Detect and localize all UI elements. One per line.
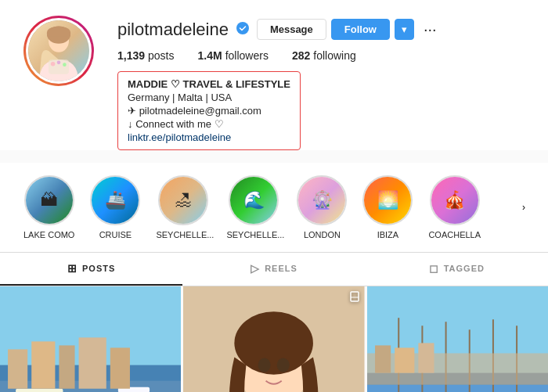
tab-label: REELS xyxy=(265,264,297,273)
story-item[interactable]: 🎪 COACHELLA xyxy=(428,175,481,239)
story-circle: 🎪 xyxy=(430,175,480,225)
svg-rect-49 xyxy=(395,347,414,372)
svg-point-26 xyxy=(258,358,271,372)
svg-point-5 xyxy=(57,61,61,65)
stories-section: 🏔 LAKE COMO 🚢 CRUISE 🏖 SEYCHELLE... 🌊 SE… xyxy=(0,163,548,253)
bio-connect: ↓ Connect with me ♡ xyxy=(128,118,290,130)
tab-label: TAGGED xyxy=(444,264,485,273)
username: pilotmadeleine xyxy=(117,20,229,40)
followers-stat[interactable]: 1.4M followers xyxy=(198,49,269,62)
avatar-image xyxy=(28,18,89,84)
story-label: SEYCHELLE... xyxy=(226,230,281,239)
connect-text: Connect with me ♡ xyxy=(135,118,223,130)
grid-item[interactable] xyxy=(0,286,181,392)
avatar xyxy=(26,18,92,84)
more-options-button[interactable]: ··· xyxy=(419,19,442,40)
profile-top: pilotmadeleine Message Follow ▾ ··· xyxy=(23,16,525,150)
svg-rect-16 xyxy=(59,345,74,388)
story-thumb: 🏖 xyxy=(160,177,207,224)
stories-inner: 🏔 LAKE COMO 🚢 CRUISE 🏖 SEYCHELLE... 🌊 SE… xyxy=(23,175,525,239)
story-item[interactable]: 🎡 LONDON xyxy=(297,175,347,239)
story-thumb: 🚢 xyxy=(92,177,139,224)
bio-location: Germany | Malta | USA xyxy=(128,92,290,103)
story-thumb: 🏔 xyxy=(26,177,73,224)
followers-label: followers xyxy=(225,49,269,62)
save-icon xyxy=(349,291,360,304)
plane-icon: ✈ xyxy=(128,105,136,117)
followers-count: 1.4M xyxy=(198,49,222,62)
profile-header: pilotmadeleine Message Follow ▾ ··· xyxy=(0,0,548,150)
bio-name: MADDIE ♡ TRAVEL & LIFESTYLE xyxy=(128,78,290,90)
story-item[interactable]: 🌅 IBIZA xyxy=(362,175,413,239)
tab-icon: ▷ xyxy=(251,262,260,275)
story-item[interactable]: 🏖 SEYCHELLE... xyxy=(156,175,211,239)
grid-item[interactable] xyxy=(183,286,364,392)
svg-rect-14 xyxy=(8,349,27,388)
grid-item[interactable] xyxy=(367,286,548,392)
svg-point-6 xyxy=(63,63,67,67)
tab-posts[interactable]: ⊞POSTS xyxy=(0,253,182,286)
svg-rect-34 xyxy=(367,385,548,392)
email-address: pilotmadeleine@gmail.com xyxy=(139,105,261,117)
bio-email: ✈ pilotmadeleine@gmail.com xyxy=(128,105,290,117)
story-label: SEYCHELLE... xyxy=(156,230,211,239)
posts-count: 1,139 xyxy=(117,49,145,62)
story-thumb: 🎡 xyxy=(298,177,345,224)
stats-row: 1,139 posts 1.4M followers 282 following xyxy=(117,49,525,62)
tab-tagged[interactable]: ◻TAGGED xyxy=(366,253,548,286)
stories-next-button[interactable]: › xyxy=(515,199,532,216)
tab-icon: ⊞ xyxy=(67,262,78,275)
story-circle: 🏖 xyxy=(158,175,208,225)
svg-rect-47 xyxy=(367,353,548,384)
following-stat[interactable]: 282 following xyxy=(292,49,356,62)
svg-point-25 xyxy=(235,311,314,374)
action-buttons: Message Follow ▾ ··· xyxy=(257,19,442,40)
story-label: LONDON xyxy=(304,230,341,239)
bio-link[interactable]: linktr.ee/pilotmadeleine xyxy=(128,131,290,143)
posts-grid xyxy=(0,286,548,392)
posts-label: posts xyxy=(148,49,174,62)
story-thumb: 🌅 xyxy=(364,177,411,224)
story-thumb: 🌊 xyxy=(230,177,277,224)
svg-rect-50 xyxy=(418,343,434,372)
message-button[interactable]: Message xyxy=(257,19,326,40)
story-circle: 🏔 xyxy=(24,175,74,225)
story-circle: 🎡 xyxy=(297,175,347,225)
svg-point-27 xyxy=(277,358,290,372)
verified-icon xyxy=(236,22,249,38)
story-label: LAKE COMO xyxy=(23,230,74,239)
story-item[interactable]: 🏔 LAKE COMO xyxy=(23,175,74,239)
bio-box: MADDIE ♡ TRAVEL & LIFESTYLE Germany | Ma… xyxy=(117,71,301,150)
story-thumb: 🎪 xyxy=(431,177,478,224)
stories-wrapper: 🏔 LAKE COMO 🚢 CRUISE 🏖 SEYCHELLE... 🌊 SE… xyxy=(23,175,525,239)
svg-rect-17 xyxy=(79,337,106,388)
avatar-gradient-ring xyxy=(23,16,94,86)
following-count: 282 xyxy=(292,49,310,62)
page-container: pilotmadeleine Message Follow ▾ ··· xyxy=(0,0,548,392)
profile-name-row: pilotmadeleine Message Follow ▾ ··· xyxy=(117,19,525,40)
tab-reels[interactable]: ▷REELS xyxy=(182,253,365,286)
tabs-section: ⊞POSTS▷REELS◻TAGGED xyxy=(0,253,548,286)
svg-rect-31 xyxy=(351,292,359,301)
profile-info: pilotmadeleine Message Follow ▾ ··· xyxy=(117,16,525,150)
svg-point-4 xyxy=(51,62,56,67)
svg-rect-18 xyxy=(110,347,130,388)
follow-dropdown-button[interactable]: ▾ xyxy=(395,19,414,40)
tab-icon: ◻ xyxy=(429,262,439,275)
svg-rect-48 xyxy=(375,345,391,372)
story-circle: 🌊 xyxy=(229,175,279,225)
story-circle: 🚢 xyxy=(90,175,140,225)
svg-rect-11 xyxy=(16,389,63,392)
svg-point-7 xyxy=(236,22,249,34)
avatar-photo xyxy=(28,20,89,81)
story-label: COACHELLA xyxy=(428,230,481,239)
tab-label: POSTS xyxy=(82,264,115,273)
story-item[interactable]: 🚢 CRUISE xyxy=(90,175,140,239)
story-label: CRUISE xyxy=(99,230,132,239)
arrow-down-icon: ↓ xyxy=(128,118,133,130)
story-item[interactable]: 🌊 SEYCHELLE... xyxy=(226,175,281,239)
follow-button[interactable]: Follow xyxy=(331,19,390,40)
story-circle: 🌅 xyxy=(362,175,413,225)
story-label: IBIZA xyxy=(377,230,399,239)
posts-stat[interactable]: 1,139 posts xyxy=(117,49,175,62)
